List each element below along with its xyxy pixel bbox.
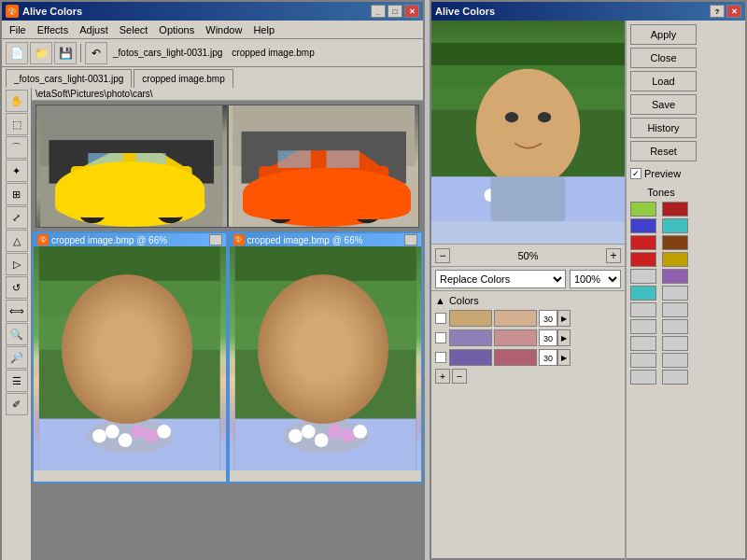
tone-9[interactable] bbox=[630, 269, 656, 284]
face-panel-left: 🎨 cropped image.bmp @ 66% _ bbox=[32, 231, 228, 483]
svg-point-49 bbox=[289, 429, 303, 443]
panel-right-icon: 🎨 bbox=[233, 234, 245, 245]
tone-4[interactable] bbox=[662, 218, 688, 233]
canvas-area: \etaSoft\Pictures\photo\cars\ bbox=[32, 88, 423, 560]
zoom-out-tool[interactable]: 🔎 bbox=[6, 346, 28, 369]
collapse-icon[interactable]: ▲ bbox=[435, 295, 445, 306]
color-to-3[interactable] bbox=[494, 349, 537, 366]
tone-2[interactable] bbox=[662, 202, 688, 217]
menu-adjust[interactable]: Adjust bbox=[74, 22, 114, 37]
panel-right-minimize[interactable]: _ bbox=[404, 234, 417, 245]
tone-15[interactable] bbox=[630, 319, 656, 334]
pct-dropdown[interactable]: 100% bbox=[570, 270, 621, 288]
add-color-button[interactable]: + bbox=[435, 369, 450, 384]
color-from-2[interactable] bbox=[449, 329, 492, 346]
color-arrow-1[interactable]: ▶ bbox=[557, 310, 571, 327]
tone-12[interactable] bbox=[662, 286, 688, 301]
rotate-tool[interactable]: ↺ bbox=[6, 276, 28, 299]
menu-window[interactable]: Window bbox=[200, 22, 247, 37]
magic-tool[interactable]: ✦ bbox=[6, 160, 28, 182]
svg-point-45 bbox=[301, 341, 315, 351]
move-tool[interactable]: ✋ bbox=[6, 90, 28, 112]
flip-tool[interactable]: ⟺ bbox=[6, 300, 28, 322]
tone-20[interactable] bbox=[662, 353, 688, 368]
menu-help[interactable]: Help bbox=[247, 22, 280, 37]
panel-left-minimize[interactable]: _ bbox=[209, 234, 222, 245]
history-button[interactable]: History bbox=[630, 118, 697, 138]
open-button[interactable]: 📁 bbox=[30, 42, 52, 64]
svg-point-32 bbox=[140, 341, 154, 351]
undo-button[interactable]: ↶ bbox=[85, 42, 107, 64]
menu-select[interactable]: Select bbox=[114, 22, 154, 37]
tone-8[interactable] bbox=[662, 252, 688, 267]
tone-21[interactable] bbox=[630, 370, 656, 385]
hand-tool[interactable]: ☰ bbox=[6, 370, 28, 392]
color-check-2[interactable] bbox=[435, 332, 446, 343]
close-button[interactable]: ✕ bbox=[404, 5, 419, 18]
color-check-1[interactable] bbox=[435, 313, 446, 324]
reset-button[interactable]: Reset bbox=[630, 141, 697, 161]
color-check-3[interactable] bbox=[435, 352, 446, 363]
color-to-1[interactable] bbox=[494, 310, 537, 327]
tab-cropped[interactable]: cropped image.bmp bbox=[134, 69, 233, 88]
dialog-controls: ? ✕ bbox=[710, 5, 741, 18]
pen-tool[interactable]: △ bbox=[6, 230, 28, 252]
tab-cars[interactable]: _fotos_cars_light-0031.jpg bbox=[6, 69, 132, 88]
svg-rect-11 bbox=[88, 153, 122, 169]
filter-bar: Replace Colors 100% bbox=[431, 267, 625, 291]
remove-color-button[interactable]: − bbox=[452, 369, 467, 384]
menu-effects[interactable]: Effects bbox=[32, 22, 74, 37]
color-from-3[interactable] bbox=[449, 349, 492, 366]
arrow-tool[interactable]: ▷ bbox=[6, 253, 28, 275]
tone-19[interactable] bbox=[630, 353, 656, 368]
svg-point-50 bbox=[301, 425, 315, 439]
maximize-button[interactable]: □ bbox=[388, 5, 402, 18]
tone-7[interactable] bbox=[630, 252, 656, 267]
tone-10[interactable] bbox=[662, 269, 688, 284]
tone-22[interactable] bbox=[662, 370, 688, 385]
zoom-out-button[interactable]: − bbox=[435, 248, 450, 263]
svg-rect-12 bbox=[135, 153, 166, 169]
tone-13[interactable] bbox=[630, 302, 656, 317]
select-tool[interactable]: ⬚ bbox=[6, 113, 28, 135]
dialog-close-button[interactable]: ✕ bbox=[726, 5, 741, 18]
tone-16[interactable] bbox=[662, 319, 688, 334]
orange-car-cell bbox=[228, 105, 420, 228]
crop-tool[interactable]: ⊞ bbox=[6, 183, 28, 205]
save-button[interactable]: 💾 bbox=[54, 42, 77, 64]
zoom-in-tool[interactable]: 🔍 bbox=[6, 323, 28, 345]
apply-button[interactable]: Apply bbox=[630, 24, 697, 45]
menu-file[interactable]: File bbox=[4, 22, 32, 37]
transform-tool[interactable]: ⤢ bbox=[6, 206, 28, 229]
svg-point-51 bbox=[314, 433, 328, 447]
tone-18[interactable] bbox=[662, 336, 688, 351]
tone-11[interactable] bbox=[630, 286, 656, 301]
tone-5[interactable] bbox=[630, 235, 656, 250]
yellow-car-image bbox=[36, 105, 227, 227]
color-from-1[interactable] bbox=[449, 310, 492, 327]
tone-1[interactable] bbox=[630, 202, 656, 217]
dialog-help-button[interactable]: ? bbox=[710, 5, 725, 18]
filter-dropdown[interactable]: Replace Colors bbox=[435, 270, 566, 288]
dialog-window: Alive Colors ? ✕ bbox=[430, 0, 747, 560]
color-to-2[interactable] bbox=[494, 329, 537, 346]
tone-17[interactable] bbox=[630, 336, 656, 351]
lasso-tool[interactable]: ⌒ bbox=[6, 136, 28, 159]
load-button[interactable]: Load bbox=[630, 71, 697, 91]
preview-checkbox[interactable]: ✓ bbox=[630, 168, 641, 179]
new-button[interactable]: 📄 bbox=[6, 42, 28, 64]
minimize-button[interactable]: _ bbox=[371, 5, 386, 18]
menu-options[interactable]: Options bbox=[153, 22, 200, 37]
svg-rect-4 bbox=[66, 184, 201, 210]
svg-point-37 bbox=[119, 433, 133, 447]
save-button[interactable]: Save bbox=[630, 94, 697, 115]
tone-3[interactable] bbox=[630, 218, 656, 233]
color-arrow-3[interactable]: ▶ bbox=[557, 349, 571, 366]
eyedropper-tool[interactable]: ✐ bbox=[6, 393, 28, 415]
tone-6[interactable] bbox=[662, 235, 688, 250]
tone-14[interactable] bbox=[662, 302, 688, 317]
zoom-in-button[interactable]: + bbox=[606, 248, 621, 263]
color-row-1: 30 ▶ bbox=[435, 310, 621, 327]
close-dialog-button[interactable]: Close bbox=[630, 48, 697, 68]
color-arrow-2[interactable]: ▶ bbox=[557, 329, 571, 346]
